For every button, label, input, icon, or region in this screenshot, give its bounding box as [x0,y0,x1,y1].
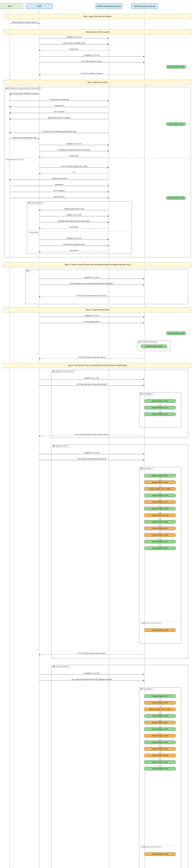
message-line [39,436,144,436]
message-line [39,56,144,57]
message: SCA if required [9,190,109,192]
status-note: Payment Status: ACFC [144,721,176,724]
message-line [39,38,109,38]
frame-tag: alt[Immediate Payment] [138,340,158,343]
message-label: Callback (authorization-code) [39,208,109,210]
message: Establish TLS 1.2 MA [39,143,109,146]
status-note: Payment Status: ACSC [144,741,176,744]
message-label: Establish TLS 1.2 MA [39,452,144,454]
message-line [39,62,144,63]
message-label: Follow redirect (authorization-code) [9,137,39,138]
message-line [9,198,109,198]
message-label: POST /bc-authorize (login_hint_token) [39,165,109,167]
step-divider: Step 3: Authorize Consent [3,80,192,85]
frame-altline: [Decoupled (Using CIBA)] [4,158,191,158]
message-label: HTTP 302 (Found), Redirect (authorizatio… [9,131,109,132]
message-label: access-token [39,155,109,157]
message-label: SCA if required [9,111,109,113]
message-line [39,252,109,252]
status-note: Payment Status: ACWP [144,533,176,537]
status-note: Payment Status: PDNG [144,480,176,484]
message-label: Poll at /token using auth-req-id [39,244,109,245]
status-column: Payment Status: CANC [143,852,177,856]
message: access-token [39,226,109,229]
message: Establish TLS 1.2 MA [39,452,144,455]
frame-guard: [Using polling] [29,231,38,233]
message: Establish TLS 1.2 MA [39,36,109,39]
message: SCA if required [9,111,109,114]
participant-psu: PSU [0,3,23,9]
status-note: Payment Status: BLCK [144,747,176,751]
message-line [39,454,144,454]
message: GET /payment-order-consents/{ConsentId}/… [39,283,144,285]
message: access-token [39,155,109,158]
message-line [39,210,109,210]
message: Establish TLS 1.2 MA [39,238,109,240]
message-line [9,139,39,139]
frame-tag: alt[Immediate] [139,467,154,470]
message-label: GET /payment-order-consents/{ConsentId}/… [39,283,144,284]
message-line [39,50,109,51]
message: HTTP 201 (Created), ConsentId [39,73,144,75]
message: HTTP 201 (Created), Payment-Order Id [39,357,144,359]
message-label: SCA if required [9,190,109,191]
status-note: Payment Status: ACWC [144,734,176,738]
status-note: Payment Status: ACFC [144,500,176,504]
message: Follow redirect (authorization-code) [9,137,39,140]
status-note: Payment Status: RJCT [144,767,176,770]
status-note: Payment Status: RJCT [144,412,176,416]
message-label: Select debtor account if required [9,117,109,119]
message-label: Establish TLS 1.2 MA [39,238,109,239]
status-note: Payment Status: ACTC or PATC [144,487,176,491]
message: GET /payment-orders/{Payment-Order Id}/p… [39,679,144,681]
status-note: Consent Status: AUTH [166,122,186,126]
message: Establish TLS 1.2 MA [39,55,144,57]
frame-tag: alt[Using callback] [27,202,44,204]
message-line [39,317,144,317]
message-label: Exchange authorization-code for access t… [39,220,109,222]
message-label: Exchange authorization-code for access t… [39,149,109,151]
message-label: select accounts [9,196,109,197]
message-line [39,145,109,145]
participant-auth: ASPSP Authorisation Server [96,3,122,9]
message-label: GET /payment-orders/{Payment-Order Id}/p… [39,678,144,680]
message: Initiate Client Credentials Grant [39,42,109,45]
status-note: Payment Status: ACSC [144,520,176,524]
message-line [39,246,109,246]
status-note: Payment Status: ACCP [144,494,176,497]
message-line [39,157,109,157]
message-line [39,44,109,44]
step-divider: Setup Payment-Order Consent [3,30,192,35]
message: GET /payment-orders/{Payment-Order Id} [39,458,144,461]
message: Exchange authorization-code for access t… [39,220,109,223]
message-line [9,180,109,180]
message-label: Agree file-payment initiation request [9,21,39,23]
message-label: OK [39,172,109,173]
message: select accounts [9,196,109,198]
status-note: Payment Status: AWAU [144,399,176,403]
step-divider: Step 5: Create Payment-Order [3,307,192,312]
message: HTTP 302 (Found), Redirect (ConsentId) [9,93,39,95]
message-line [9,133,109,133]
message: authenticate [9,105,109,107]
message: Establish TLS 1.2 MA [39,315,144,317]
participant-res: ASPSP Resource Server [131,3,158,9]
message-line [39,297,144,297]
status-note: Payment Status: CANC [144,852,176,856]
message-label: Establish TLS 1.2 MA [39,277,144,278]
message-line [39,460,144,460]
message: HTTP 302 (Found), Redirect (authorizatio… [9,131,109,133]
message-line [39,228,109,228]
step-divider: Step 4: Confirm Funds (Domestic and inte… [3,262,192,267]
message-label: HTTP 200 (OK) payment-order-consent reso… [39,434,144,435]
status-note: Payment Status: ACWP [144,754,176,757]
message-label: access-token [39,48,109,50]
message-label: Authorise (Consent Id) [9,178,109,179]
message-label: Establish TLS 1.2 MA [39,377,144,379]
status-note: Consent Status: COND [166,332,186,335]
message: POST /bc-authorize (login_hint_token) [39,166,109,168]
frame-opt: opt [25,269,188,304]
status-column: Payment Status: CANC [143,628,177,632]
message-label: Initiate Client Credentials Grant [39,42,109,44]
status-note: Payment Status: ACWC [144,514,176,517]
